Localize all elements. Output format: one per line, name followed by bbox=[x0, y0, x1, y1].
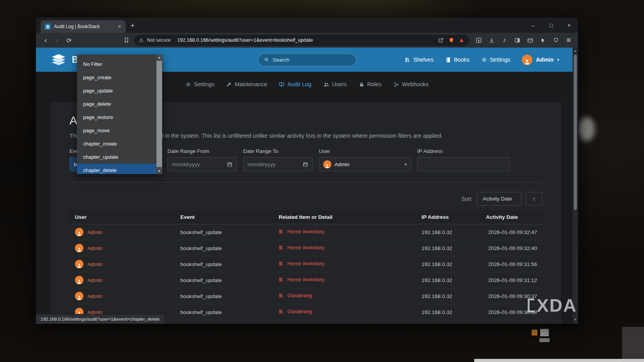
event-cell: bookshelf_update bbox=[175, 304, 273, 320]
address-bar[interactable]: ⚠ Not secure 192.168.0.166/settings/audi… bbox=[134, 35, 469, 46]
share-icon[interactable] bbox=[438, 37, 444, 43]
date-to-field: Date Range To mm/dd/yyyy bbox=[243, 148, 313, 171]
audit-log-icon bbox=[279, 82, 285, 87]
sort-field-select[interactable]: Activity Date bbox=[477, 192, 521, 206]
media-controls-icon[interactable]: ♪ bbox=[499, 35, 510, 46]
user-menu[interactable]: Admin ▾ bbox=[522, 55, 559, 65]
scroll-up-icon[interactable]: ▲ bbox=[156, 56, 162, 59]
browser-tab[interactable]: Audit Log | BookStack × bbox=[41, 20, 126, 33]
reload-button[interactable]: ⟳ bbox=[63, 34, 75, 46]
dropdown-option[interactable]: page_move bbox=[77, 124, 156, 137]
desktop-artifact bbox=[539, 338, 550, 342]
scroll-down-icon[interactable]: ▼ bbox=[156, 169, 162, 173]
date-from-input[interactable]: mm/dd/yyyy bbox=[167, 157, 237, 171]
item-link[interactable]: Home inventory bbox=[279, 229, 324, 234]
toolbar-extensions: ♪ ≡ bbox=[473, 35, 574, 46]
nav-item-books[interactable]: Books bbox=[445, 57, 470, 63]
status-link-preview: 192.168.0.166/settings/audit?user=1&even… bbox=[36, 314, 165, 324]
date-from-label: Date Range From bbox=[167, 148, 237, 154]
lock-icon bbox=[359, 82, 365, 87]
tab-roles[interactable]: Roles bbox=[359, 81, 382, 87]
item-link-label: Home inventory bbox=[287, 229, 324, 234]
calendar-icon[interactable] bbox=[227, 161, 233, 167]
user-link[interactable]: Admin bbox=[87, 277, 102, 283]
downloads-icon[interactable] bbox=[486, 35, 497, 46]
nav-item-shelves[interactable]: Shelves bbox=[405, 57, 434, 63]
user-link[interactable]: Admin bbox=[87, 293, 102, 299]
desktop-artifact bbox=[474, 359, 644, 362]
item-link[interactable]: Home inventory bbox=[279, 277, 324, 282]
tab-close-icon[interactable]: × bbox=[116, 23, 123, 30]
wallet-icon[interactable] bbox=[525, 35, 535, 46]
user-link[interactable]: Admin bbox=[87, 261, 102, 267]
dropdown-option[interactable]: page_delete bbox=[77, 98, 156, 111]
alert-triangle-icon[interactable] bbox=[459, 37, 464, 43]
dropdown-option-highlighted[interactable]: chapter_delete bbox=[77, 164, 156, 174]
url-text[interactable]: 192.168.0.166/settings/audit?user=1&even… bbox=[177, 37, 434, 43]
menu-icon[interactable]: ≡ bbox=[563, 35, 574, 46]
item-link[interactable]: Gardening bbox=[279, 293, 312, 298]
dropdown-option[interactable]: page_update bbox=[77, 84, 156, 98]
search-input[interactable]: Search bbox=[258, 53, 356, 66]
dropdown-scrollbar[interactable]: ▲ ▼ bbox=[156, 55, 162, 174]
date-to-input[interactable]: mm/dd/yyyy bbox=[243, 157, 313, 171]
avatar bbox=[75, 276, 84, 284]
user-link[interactable]: Admin bbox=[87, 229, 102, 235]
dropdown-option[interactable]: chapter_update bbox=[77, 151, 156, 164]
split-view-icon[interactable] bbox=[512, 35, 523, 46]
audit-table: User Event Related Item or Detail IP Add… bbox=[69, 210, 543, 320]
sort-label: Sort bbox=[461, 196, 471, 202]
event-filter-dropdown: No Filter page_create page_update page_d… bbox=[77, 55, 162, 174]
gear-icon bbox=[185, 82, 191, 87]
save-collection-icon[interactable] bbox=[473, 35, 484, 46]
brave-shield-icon[interactable] bbox=[448, 37, 454, 43]
bookshelf-icon bbox=[279, 245, 284, 250]
cursor-icon[interactable] bbox=[537, 35, 548, 46]
dropdown-option[interactable]: No Filter bbox=[77, 58, 156, 71]
sort-controls: Sort Activity Date ↑ bbox=[69, 192, 543, 206]
ip-filter-input[interactable] bbox=[417, 157, 510, 171]
ip-cell: 192.168.0.32 bbox=[416, 240, 480, 256]
window-minimize-button[interactable]: – bbox=[524, 18, 542, 33]
tab-audit-log[interactable]: Audit Log bbox=[279, 81, 311, 87]
xda-watermark: XDA bbox=[528, 296, 577, 314]
bookmark-icon[interactable] bbox=[121, 35, 132, 46]
scroll-down-icon[interactable]: ▼ bbox=[573, 318, 578, 321]
bookshelf-icon bbox=[279, 229, 284, 234]
search-placeholder: Search bbox=[273, 57, 290, 63]
date-cell: 2026-01-09 09:31:56 bbox=[480, 256, 543, 272]
tab-settings[interactable]: Settings bbox=[185, 81, 214, 87]
ip-cell: 192.168.0.32 bbox=[416, 288, 480, 304]
dropdown-option[interactable]: chapter_create bbox=[77, 137, 156, 151]
item-link[interactable]: Home inventory bbox=[279, 245, 324, 250]
xda-bracket-icon bbox=[528, 298, 534, 312]
nav-item-settings[interactable]: Settings bbox=[481, 57, 510, 63]
scrollbar-thumb[interactable] bbox=[574, 55, 577, 210]
item-link[interactable]: Gardening bbox=[279, 309, 312, 314]
tab-users[interactable]: Users bbox=[323, 81, 347, 87]
forward-button[interactable]: › bbox=[52, 34, 63, 46]
dropdown-option[interactable]: page_create bbox=[77, 71, 156, 84]
tab-maintenance[interactable]: Maintenance bbox=[226, 81, 267, 87]
user-filter-select[interactable]: Admin ▾ bbox=[319, 157, 411, 171]
scroll-up-icon[interactable]: ▲ bbox=[573, 49, 578, 53]
back-button[interactable]: ‹ bbox=[40, 34, 52, 46]
shield-extension-icon[interactable] bbox=[550, 35, 561, 46]
user-link[interactable]: Admin bbox=[87, 245, 102, 251]
chevron-down-icon: ▾ bbox=[404, 162, 407, 167]
event-cell: bookshelf_update bbox=[175, 272, 273, 288]
new-tab-button[interactable]: + bbox=[130, 21, 135, 30]
dropdown-option[interactable]: page_restore bbox=[77, 111, 156, 124]
sort-direction-button[interactable]: ↑ bbox=[525, 192, 543, 206]
calendar-icon[interactable] bbox=[302, 161, 308, 167]
window-maximize-button[interactable]: □ bbox=[542, 18, 560, 33]
tab-webhooks[interactable]: Webhooks bbox=[393, 81, 429, 87]
item-link-label: Gardening bbox=[287, 309, 312, 314]
scrollbar-thumb[interactable] bbox=[157, 61, 162, 167]
item-link[interactable]: Home inventory bbox=[279, 261, 324, 266]
col-activity-date: Activity Date bbox=[480, 210, 543, 224]
user-filter-label: User bbox=[319, 148, 411, 154]
page-scrollbar[interactable]: ▲ ▼ bbox=[573, 48, 578, 324]
window-close-button[interactable]: × bbox=[560, 18, 578, 33]
user-filter-value: Admin bbox=[334, 161, 349, 167]
